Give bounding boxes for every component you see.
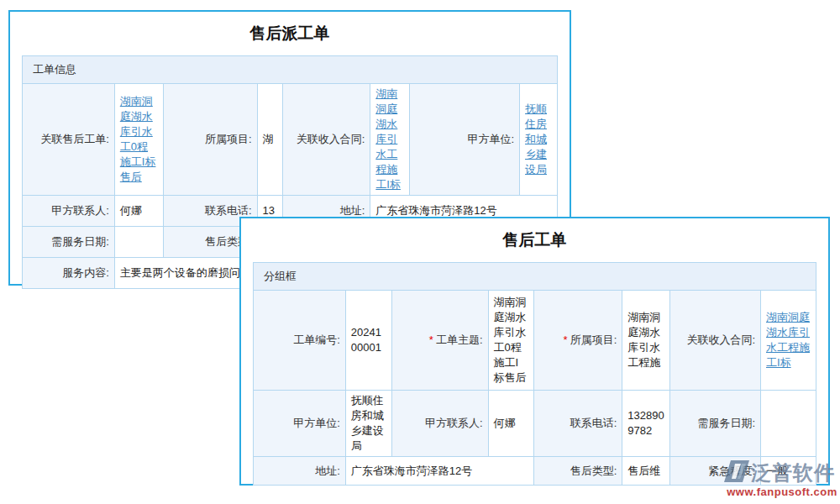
client-contact-value: 何娜 bbox=[114, 196, 163, 227]
service-order-table: 工单编号:2024100001*工单主题:湖南洞庭湖水库引水工0程施工I标售后*… bbox=[253, 290, 816, 486]
urgency-value: 一般 bbox=[761, 457, 816, 486]
service-order-title: 售后工单 bbox=[241, 218, 828, 251]
client-unit-label: 甲方单位: bbox=[254, 391, 346, 457]
project-value: 湖 bbox=[257, 84, 282, 196]
service-date-label: 需服务日期: bbox=[23, 227, 115, 258]
related-aftersales-order: 湖南洞庭湖水库引水工0程施工I标售后 bbox=[114, 84, 163, 196]
client-unit: 抚顺住房和城乡建设局 bbox=[520, 84, 558, 196]
aftersales-type-value: 售后维 bbox=[622, 457, 670, 486]
related-aftersales-order-link[interactable]: 湖南洞庭湖水库引水工0程施工I标售后 bbox=[120, 95, 156, 183]
address-label: 地址: bbox=[254, 457, 346, 486]
related-income-contract-label: 关联收入合同: bbox=[282, 84, 370, 196]
order-subject-label: *工单主题: bbox=[391, 291, 488, 391]
related-income-contract-label: 关联收入合同: bbox=[670, 291, 761, 391]
required-asterisk: * bbox=[564, 333, 568, 346]
service-order-window: 售后工单 分组框 工单编号:2024100001*工单主题:湖南洞庭湖水库引水工… bbox=[239, 217, 830, 486]
phone-value: 1328909782 bbox=[622, 391, 670, 457]
service-order-groupbox: 分组框 工单编号:2024100001*工单主题:湖南洞庭湖水库引水工0程施工I… bbox=[253, 262, 816, 486]
urgency-label: 紧急程度: bbox=[670, 457, 761, 486]
address-value: 广东省珠海市菏泽路12号 bbox=[345, 457, 534, 486]
dispatch-order-section-header: 工单信息 bbox=[23, 56, 557, 84]
client-contact-label: 甲方联系人: bbox=[23, 196, 115, 227]
order-number-value: 2024100001 bbox=[345, 291, 391, 391]
client-contact-value: 何娜 bbox=[488, 391, 534, 457]
dispatch-order-title: 售后派工单 bbox=[10, 12, 570, 45]
service-date-label: 需服务日期: bbox=[670, 391, 761, 457]
client-unit-value: 抚顺住房和城乡建设局 bbox=[345, 391, 391, 457]
service-order-section-header: 分组框 bbox=[254, 263, 816, 291]
aftersales-type-label: 售后类型: bbox=[534, 457, 622, 486]
service-content-label: 服务内容: bbox=[23, 258, 115, 289]
vendor-url-text: www.fanpusoft.com bbox=[724, 486, 840, 498]
client-unit-link[interactable]: 抚顺住房和城乡建设局 bbox=[525, 102, 547, 176]
related-income-contract: 湖南洞庭湖水库引水工程施工I标 bbox=[761, 291, 816, 391]
order-subject-value: 湖南洞庭湖水库引水工0程施工I标售后 bbox=[488, 291, 534, 391]
service-date-value bbox=[114, 227, 163, 258]
client-unit-label: 甲方单位: bbox=[410, 84, 520, 196]
order-number-label: 工单编号: bbox=[254, 291, 346, 391]
project-label: 所属项目: bbox=[163, 84, 257, 196]
related-income-contract-link[interactable]: 湖南洞庭湖水库引水工程施工I标 bbox=[375, 87, 401, 191]
required-asterisk: * bbox=[429, 333, 433, 346]
project-value: 湖南洞庭湖水库引水工程施 bbox=[622, 291, 670, 391]
related-income-contract: 湖南洞庭湖水库引水工程施工I标 bbox=[370, 84, 410, 196]
related-income-contract-link[interactable]: 湖南洞庭湖水库引水工程施工I标 bbox=[766, 311, 810, 369]
service-date-value bbox=[761, 391, 816, 457]
related-aftersales-order-label: 关联售后工单: bbox=[23, 84, 115, 196]
phone-label: 联系电话: bbox=[534, 391, 622, 457]
client-contact-label: 甲方联系人: bbox=[391, 391, 488, 457]
project-label: *所属项目: bbox=[534, 291, 622, 391]
page: 售后派工单 工单信息 关联售后工单:湖南洞庭湖水库引水工0程施工I标售后所属项目… bbox=[0, 0, 840, 504]
